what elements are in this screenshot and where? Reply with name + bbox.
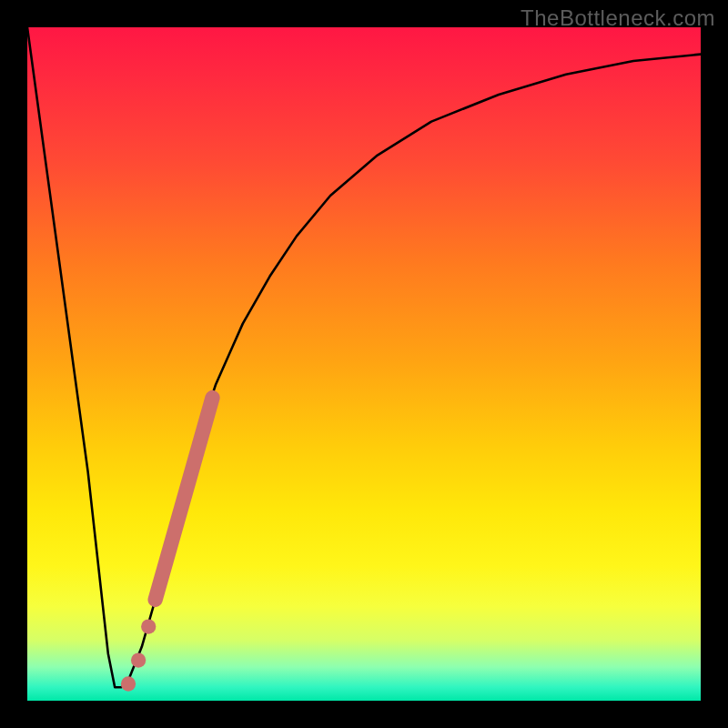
- chart-frame: TheBottleneck.com: [0, 0, 728, 728]
- highlight-dot: [131, 652, 146, 667]
- plot-area: [27, 27, 701, 701]
- curve-layer: [27, 27, 701, 701]
- bottleneck-curve: [27, 27, 701, 687]
- highlight-thick-segment: [156, 398, 213, 600]
- highlight-dot: [141, 619, 156, 633]
- highlight-dot: [121, 676, 136, 691]
- highlight-markers: [121, 398, 213, 692]
- watermark-text: TheBottleneck.com: [521, 5, 715, 31]
